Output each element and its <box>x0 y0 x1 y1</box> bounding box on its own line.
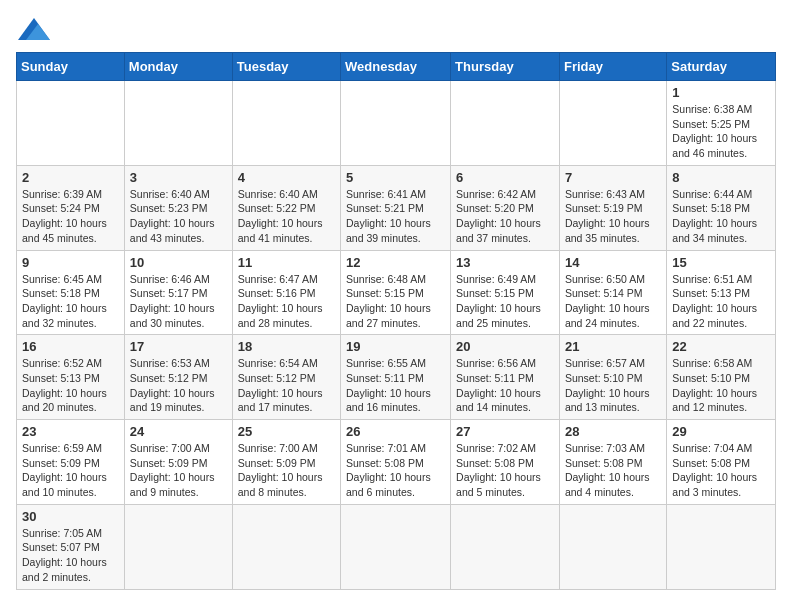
calendar-cell: 9Sunrise: 6:45 AM Sunset: 5:18 PM Daylig… <box>17 250 125 335</box>
calendar-cell <box>17 81 125 166</box>
day-number: 8 <box>672 170 770 185</box>
day-number: 13 <box>456 255 554 270</box>
day-number: 22 <box>672 339 770 354</box>
calendar-cell: 3Sunrise: 6:40 AM Sunset: 5:23 PM Daylig… <box>124 165 232 250</box>
calendar-cell: 6Sunrise: 6:42 AM Sunset: 5:20 PM Daylig… <box>451 165 560 250</box>
logo <box>16 16 50 40</box>
calendar-cell <box>667 504 776 589</box>
calendar-week-row: 1Sunrise: 6:38 AM Sunset: 5:25 PM Daylig… <box>17 81 776 166</box>
logo-icon <box>18 18 50 40</box>
calendar-cell <box>451 504 560 589</box>
calendar-cell: 27Sunrise: 7:02 AM Sunset: 5:08 PM Dayli… <box>451 420 560 505</box>
calendar-cell: 24Sunrise: 7:00 AM Sunset: 5:09 PM Dayli… <box>124 420 232 505</box>
day-info: Sunrise: 6:57 AM Sunset: 5:10 PM Dayligh… <box>565 356 661 415</box>
calendar-cell: 19Sunrise: 6:55 AM Sunset: 5:11 PM Dayli… <box>341 335 451 420</box>
day-info: Sunrise: 6:39 AM Sunset: 5:24 PM Dayligh… <box>22 187 119 246</box>
calendar-cell: 16Sunrise: 6:52 AM Sunset: 5:13 PM Dayli… <box>17 335 125 420</box>
day-info: Sunrise: 6:51 AM Sunset: 5:13 PM Dayligh… <box>672 272 770 331</box>
calendar-cell: 20Sunrise: 6:56 AM Sunset: 5:11 PM Dayli… <box>451 335 560 420</box>
day-info: Sunrise: 6:40 AM Sunset: 5:23 PM Dayligh… <box>130 187 227 246</box>
day-info: Sunrise: 6:49 AM Sunset: 5:15 PM Dayligh… <box>456 272 554 331</box>
page-header <box>16 16 776 40</box>
calendar-cell: 28Sunrise: 7:03 AM Sunset: 5:08 PM Dayli… <box>559 420 666 505</box>
calendar-cell: 10Sunrise: 6:46 AM Sunset: 5:17 PM Dayli… <box>124 250 232 335</box>
calendar-cell: 5Sunrise: 6:41 AM Sunset: 5:21 PM Daylig… <box>341 165 451 250</box>
day-number: 18 <box>238 339 335 354</box>
calendar-cell: 2Sunrise: 6:39 AM Sunset: 5:24 PM Daylig… <box>17 165 125 250</box>
day-info: Sunrise: 6:43 AM Sunset: 5:19 PM Dayligh… <box>565 187 661 246</box>
day-info: Sunrise: 6:53 AM Sunset: 5:12 PM Dayligh… <box>130 356 227 415</box>
day-number: 15 <box>672 255 770 270</box>
day-number: 4 <box>238 170 335 185</box>
day-info: Sunrise: 6:40 AM Sunset: 5:22 PM Dayligh… <box>238 187 335 246</box>
day-info: Sunrise: 6:52 AM Sunset: 5:13 PM Dayligh… <box>22 356 119 415</box>
day-info: Sunrise: 7:01 AM Sunset: 5:08 PM Dayligh… <box>346 441 445 500</box>
calendar-cell: 17Sunrise: 6:53 AM Sunset: 5:12 PM Dayli… <box>124 335 232 420</box>
calendar-cell <box>559 504 666 589</box>
calendar-cell <box>559 81 666 166</box>
day-info: Sunrise: 6:59 AM Sunset: 5:09 PM Dayligh… <box>22 441 119 500</box>
day-info: Sunrise: 6:56 AM Sunset: 5:11 PM Dayligh… <box>456 356 554 415</box>
day-number: 16 <box>22 339 119 354</box>
calendar-cell <box>232 81 340 166</box>
day-info: Sunrise: 6:48 AM Sunset: 5:15 PM Dayligh… <box>346 272 445 331</box>
calendar-week-row: 16Sunrise: 6:52 AM Sunset: 5:13 PM Dayli… <box>17 335 776 420</box>
calendar-cell: 14Sunrise: 6:50 AM Sunset: 5:14 PM Dayli… <box>559 250 666 335</box>
day-number: 25 <box>238 424 335 439</box>
day-info: Sunrise: 7:00 AM Sunset: 5:09 PM Dayligh… <box>130 441 227 500</box>
calendar-cell: 29Sunrise: 7:04 AM Sunset: 5:08 PM Dayli… <box>667 420 776 505</box>
calendar-week-row: 23Sunrise: 6:59 AM Sunset: 5:09 PM Dayli… <box>17 420 776 505</box>
weekday-header-wednesday: Wednesday <box>341 53 451 81</box>
day-info: Sunrise: 6:41 AM Sunset: 5:21 PM Dayligh… <box>346 187 445 246</box>
calendar-cell: 11Sunrise: 6:47 AM Sunset: 5:16 PM Dayli… <box>232 250 340 335</box>
calendar-week-row: 30Sunrise: 7:05 AM Sunset: 5:07 PM Dayli… <box>17 504 776 589</box>
calendar-cell: 25Sunrise: 7:00 AM Sunset: 5:09 PM Dayli… <box>232 420 340 505</box>
day-number: 21 <box>565 339 661 354</box>
day-number: 11 <box>238 255 335 270</box>
day-info: Sunrise: 7:00 AM Sunset: 5:09 PM Dayligh… <box>238 441 335 500</box>
calendar-cell: 1Sunrise: 6:38 AM Sunset: 5:25 PM Daylig… <box>667 81 776 166</box>
day-number: 5 <box>346 170 445 185</box>
day-info: Sunrise: 6:54 AM Sunset: 5:12 PM Dayligh… <box>238 356 335 415</box>
calendar-cell: 4Sunrise: 6:40 AM Sunset: 5:22 PM Daylig… <box>232 165 340 250</box>
day-info: Sunrise: 6:38 AM Sunset: 5:25 PM Dayligh… <box>672 102 770 161</box>
weekday-header-sunday: Sunday <box>17 53 125 81</box>
day-number: 6 <box>456 170 554 185</box>
day-number: 2 <box>22 170 119 185</box>
day-info: Sunrise: 6:44 AM Sunset: 5:18 PM Dayligh… <box>672 187 770 246</box>
day-number: 17 <box>130 339 227 354</box>
calendar-cell: 15Sunrise: 6:51 AM Sunset: 5:13 PM Dayli… <box>667 250 776 335</box>
day-info: Sunrise: 7:04 AM Sunset: 5:08 PM Dayligh… <box>672 441 770 500</box>
day-number: 14 <box>565 255 661 270</box>
day-info: Sunrise: 6:46 AM Sunset: 5:17 PM Dayligh… <box>130 272 227 331</box>
calendar-cell: 7Sunrise: 6:43 AM Sunset: 5:19 PM Daylig… <box>559 165 666 250</box>
weekday-header-tuesday: Tuesday <box>232 53 340 81</box>
calendar-cell: 12Sunrise: 6:48 AM Sunset: 5:15 PM Dayli… <box>341 250 451 335</box>
day-number: 23 <box>22 424 119 439</box>
day-number: 19 <box>346 339 445 354</box>
day-info: Sunrise: 7:02 AM Sunset: 5:08 PM Dayligh… <box>456 441 554 500</box>
day-number: 30 <box>22 509 119 524</box>
day-number: 24 <box>130 424 227 439</box>
day-number: 7 <box>565 170 661 185</box>
calendar-week-row: 2Sunrise: 6:39 AM Sunset: 5:24 PM Daylig… <box>17 165 776 250</box>
calendar-table: SundayMondayTuesdayWednesdayThursdayFrid… <box>16 52 776 590</box>
day-info: Sunrise: 6:55 AM Sunset: 5:11 PM Dayligh… <box>346 356 445 415</box>
calendar-cell <box>124 81 232 166</box>
day-number: 29 <box>672 424 770 439</box>
day-info: Sunrise: 6:47 AM Sunset: 5:16 PM Dayligh… <box>238 272 335 331</box>
day-info: Sunrise: 6:50 AM Sunset: 5:14 PM Dayligh… <box>565 272 661 331</box>
calendar-cell <box>341 81 451 166</box>
day-number: 1 <box>672 85 770 100</box>
weekday-header-friday: Friday <box>559 53 666 81</box>
day-number: 20 <box>456 339 554 354</box>
calendar-cell <box>232 504 340 589</box>
day-number: 28 <box>565 424 661 439</box>
calendar-cell: 30Sunrise: 7:05 AM Sunset: 5:07 PM Dayli… <box>17 504 125 589</box>
day-number: 9 <box>22 255 119 270</box>
calendar-cell <box>341 504 451 589</box>
day-info: Sunrise: 6:45 AM Sunset: 5:18 PM Dayligh… <box>22 272 119 331</box>
weekday-header-monday: Monday <box>124 53 232 81</box>
day-info: Sunrise: 6:58 AM Sunset: 5:10 PM Dayligh… <box>672 356 770 415</box>
calendar-cell: 8Sunrise: 6:44 AM Sunset: 5:18 PM Daylig… <box>667 165 776 250</box>
